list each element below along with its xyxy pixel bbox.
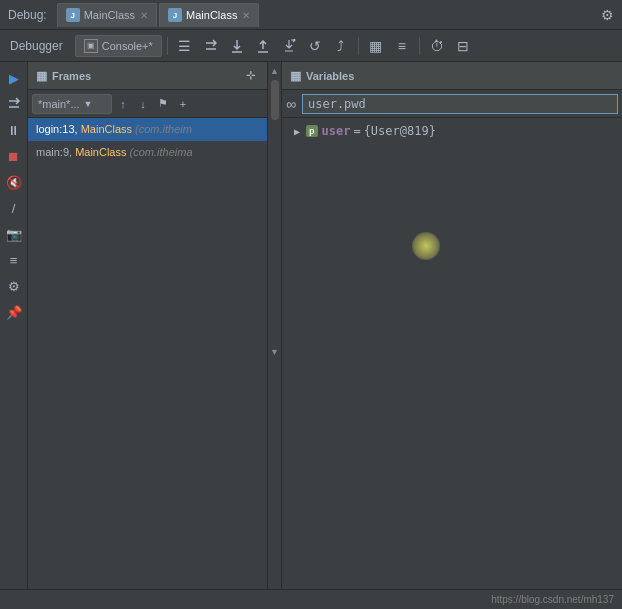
frames-toolbar: *main*... ▼ ↑ ↓ ⚑ + xyxy=(28,90,267,118)
tab-icon-2: J xyxy=(168,8,182,22)
frames-title: Frames xyxy=(52,70,91,82)
toolbar-separator-1 xyxy=(167,37,168,55)
timer-btn[interactable]: ⏱ xyxy=(425,34,449,58)
watches-btn[interactable]: ≡ xyxy=(390,34,414,58)
var-value-user: {User@819} xyxy=(364,124,436,138)
sidebar-stop-icon[interactable]: ⏹ xyxy=(2,144,26,168)
settings-gear-icon[interactable]: ⚙ xyxy=(601,7,614,23)
sidebar-pause-icon[interactable]: ⏸ xyxy=(2,118,26,142)
sidebar-gear-icon[interactable]: ⚙ xyxy=(2,274,26,298)
status-url: https://blog.csdn.net/mh137 xyxy=(491,594,614,605)
variable-row-user[interactable]: ▶ p user = {User@819} xyxy=(282,122,622,140)
frames-filter-btn[interactable]: ⚑ xyxy=(154,95,172,113)
debug-label: Debug: xyxy=(8,8,47,22)
main-area: ▶ ⏸ ⏹ 🔇 / 📷 ≡ ⚙ 📌 ▦ Frames ⊹ xyxy=(0,62,622,609)
variables-panel: ▦ Variables ∞ ▶ p user = {User@819} xyxy=(282,62,622,609)
variables-title: Variables xyxy=(306,70,354,82)
dropdown-arrow-icon: ▼ xyxy=(84,99,93,109)
step-out-btn[interactable] xyxy=(251,34,275,58)
tab-icon-1: J xyxy=(66,8,80,22)
frames-down-btn[interactable]: ↓ xyxy=(134,95,152,113)
breakpoints-btn[interactable]: ▦ xyxy=(364,34,388,58)
frames-header-icon: ▦ xyxy=(36,69,47,83)
toolbar-separator-2 xyxy=(358,37,359,55)
frames-add-btn[interactable]: + xyxy=(174,95,192,113)
thread-dropdown-label: *main*... xyxy=(38,98,80,110)
sidebar-list-icon[interactable]: ≡ xyxy=(2,248,26,272)
expand-arrow-icon[interactable]: ▶ xyxy=(290,124,304,138)
thread-dropdown[interactable]: *main*... ▼ xyxy=(32,94,112,114)
debug-toolbar: Debugger ▣ Console +* ☰ ↺ ⤴ ▦ ≡ xyxy=(0,30,622,62)
frame-line-2: main:9, xyxy=(36,146,75,158)
rerun-btn[interactable]: ↺ xyxy=(303,34,327,58)
scroll-up-arrow[interactable]: ▲ xyxy=(268,64,282,78)
sidebar-resume-icon[interactable]: ▶ xyxy=(2,66,26,90)
frame-item-login[interactable]: login:13, MainClass (com.itheim xyxy=(28,118,267,141)
sidebar-pin-icon[interactable]: 📌 xyxy=(2,300,26,324)
frames-scrollbar: ▲ ▼ ∞ xyxy=(268,62,282,609)
frames-panel-header: ▦ Frames ⊹ xyxy=(28,62,267,90)
left-sidebar: ▶ ⏸ ⏹ 🔇 / 📷 ≡ ⚙ 📌 xyxy=(0,62,28,609)
sidebar-step-over-icon[interactable] xyxy=(2,92,26,116)
step-over-btn[interactable] xyxy=(199,34,223,58)
console-label: Console xyxy=(102,40,142,52)
infinity-icon: ∞ xyxy=(286,96,296,112)
frame-line-1: login:13, xyxy=(36,123,81,135)
frame-package-2: (com.itheima xyxy=(130,146,193,158)
frames-up-btn[interactable]: ↑ xyxy=(114,95,132,113)
tab-close-1[interactable]: ✕ xyxy=(140,10,148,21)
tab-main-class-2[interactable]: J MainClass ✕ xyxy=(159,3,259,27)
toolbar-separator-3 xyxy=(419,37,420,55)
step-into-btn[interactable] xyxy=(225,34,249,58)
expression-input[interactable] xyxy=(302,94,618,114)
tab-label-1: MainClass xyxy=(84,9,135,21)
frames-list: login:13, MainClass (com.itheim main:9, … xyxy=(28,118,267,609)
tab-label-2: MainClass xyxy=(186,9,237,21)
frame-package-1: (com.itheim xyxy=(135,123,192,135)
var-equals-sign: = xyxy=(353,124,360,138)
menu-btn[interactable]: ☰ xyxy=(173,34,197,58)
scroll-down-arrow[interactable]: ▼ xyxy=(268,345,282,359)
variables-tree: ▶ p user = {User@819} xyxy=(282,118,622,609)
frames-panel: ▦ Frames ⊹ *main*... ▼ ↑ ↓ ⚑ + xyxy=(28,62,268,609)
tab-close-2[interactable]: ✕ xyxy=(242,10,250,21)
console-icon: ▣ xyxy=(84,39,98,53)
force-step-into-btn[interactable] xyxy=(277,34,301,58)
expression-toolbar: ∞ xyxy=(282,90,622,118)
evaluate-btn[interactable]: ⤴ xyxy=(329,34,353,58)
var-name-user: user xyxy=(322,124,351,138)
settings-btn[interactable]: ⊟ xyxy=(451,34,475,58)
variables-header-icon: ▦ xyxy=(290,69,301,83)
sidebar-scratch-icon[interactable]: / xyxy=(2,196,26,220)
sidebar-camera-icon[interactable]: 📷 xyxy=(2,222,26,246)
sidebar-mute-icon[interactable]: 🔇 xyxy=(2,170,26,194)
frame-class-1: MainClass xyxy=(81,123,132,135)
frames-expand-icon[interactable]: ⊹ xyxy=(241,67,259,85)
frame-item-main[interactable]: main:9, MainClass (com.itheima xyxy=(28,141,267,164)
content-area: ▦ Frames ⊹ *main*... ▼ ↑ ↓ ⚑ + xyxy=(28,62,622,609)
variables-panel-header: ▦ Variables xyxy=(282,62,622,90)
var-type-badge-p: p xyxy=(306,125,318,137)
console-suffix: +* xyxy=(142,40,153,52)
frame-class-2: MainClass xyxy=(75,146,126,158)
status-bar: https://blog.csdn.net/mh137 xyxy=(0,589,622,609)
tab-main-class-1[interactable]: J MainClass ✕ xyxy=(57,3,157,27)
scroll-thumb[interactable] xyxy=(271,80,279,120)
frames-header-actions: ⊹ xyxy=(241,67,259,85)
title-bar: Debug: J MainClass ✕ J MainClass ✕ ⚙ xyxy=(0,0,622,30)
console-tab[interactable]: ▣ Console +* xyxy=(75,35,162,57)
debugger-label: Debugger xyxy=(4,39,69,53)
